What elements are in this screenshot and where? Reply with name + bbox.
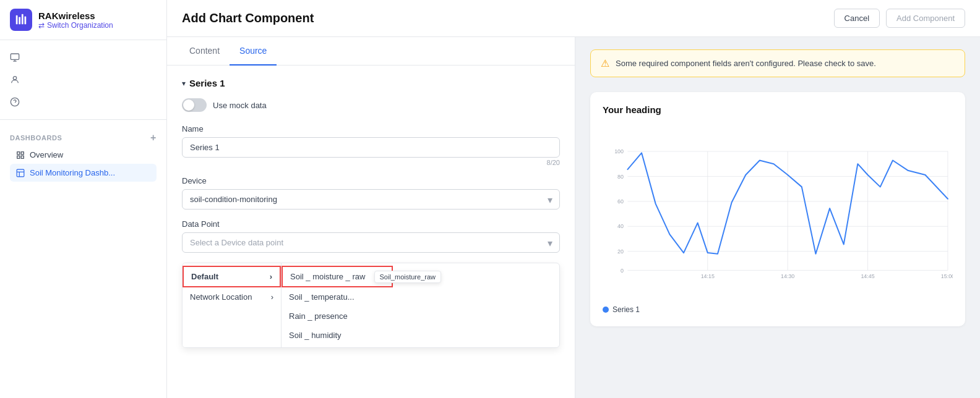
svg-text:14:30: 14:30 <box>781 273 794 279</box>
svg-rect-14 <box>17 169 24 177</box>
sidebar-nav-help[interactable] <box>5 92 25 112</box>
sidebar-top-nav <box>0 40 166 120</box>
legend-label: Series 1 <box>612 305 640 314</box>
sidebar-nav-monitor[interactable] <box>5 48 25 67</box>
legend-dot <box>603 307 609 313</box>
left-panel: Content Source ▾ Series 1 Use mock data <box>167 37 575 398</box>
chart-svg: 100 80 60 40 20 0 14:15 14:30 14:45 15:0… <box>603 125 953 298</box>
svg-point-7 <box>13 77 16 80</box>
series-chevron-icon[interactable]: ▾ <box>182 79 186 88</box>
chart-card: Your heading <box>590 92 965 326</box>
svg-rect-0 <box>16 15 18 25</box>
dropdown-categories: Default › Network Location › <box>183 263 282 347</box>
svg-text:100: 100 <box>614 148 624 155</box>
person-icon <box>10 75 20 85</box>
svg-text:15:00: 15:00 <box>941 273 953 279</box>
dropdown-item-temperature[interactable]: Soil _ temperatu... <box>282 287 393 307</box>
series-header: ▾ Series 1 <box>182 78 560 88</box>
warning-icon: ⚠ <box>601 57 609 69</box>
toggle-knob <box>183 100 194 111</box>
sidebar-item-overview[interactable]: Overview <box>10 146 157 164</box>
svg-text:80: 80 <box>617 174 624 180</box>
name-group: Name 8/20 <box>182 124 560 166</box>
svg-rect-13 <box>21 156 24 158</box>
tab-source[interactable]: Source <box>230 37 277 66</box>
page-title: Add Chart Component <box>182 11 314 25</box>
main-panels: Content Source ▾ Series 1 Use mock data <box>167 37 980 398</box>
svg-rect-4 <box>11 54 19 59</box>
dropdown-items: Soil _ moisture _ raw Soil_moisture_raw … <box>282 263 393 347</box>
tab-content[interactable]: Content <box>179 37 230 66</box>
sidebar-header: RAKwireless ⇄ Switch Organization <box>0 0 166 40</box>
sidebar-item-soil[interactable]: Soil Monitoring Dashb... <box>10 164 157 182</box>
mock-data-row: Use mock data <box>182 98 560 112</box>
chart-heading: Your heading <box>603 104 953 115</box>
data-point-select-wrapper: Select a Device data point <box>182 232 560 253</box>
series-title: Series 1 <box>189 78 225 88</box>
overview-icon <box>16 151 25 159</box>
logo-icon <box>14 13 28 27</box>
dropdown-category-default[interactable]: Default › <box>183 266 281 287</box>
dropdown-item-rain[interactable]: Rain _ presence <box>282 307 393 326</box>
warning-banner: ⚠ Some required component fields aren't … <box>590 49 965 77</box>
dropdown-category-network[interactable]: Network Location › <box>183 287 281 307</box>
topbar: Add Chart Component Cancel Add Component <box>167 0 980 37</box>
chart-legend: Series 1 <box>603 305 953 314</box>
sidebar-nav-person[interactable] <box>5 70 25 90</box>
topbar-actions: Cancel Add Component <box>834 9 965 28</box>
device-label: Device <box>182 176 560 185</box>
mock-data-label: Use mock data <box>213 101 267 110</box>
svg-text:14:45: 14:45 <box>861 273 874 279</box>
right-panel: ⚠ Some required component fields aren't … <box>575 37 980 398</box>
mock-data-toggle[interactable] <box>182 98 207 112</box>
dropdown-container: Default › Network Location › Soil _ mois… <box>182 263 560 348</box>
chart-area: 100 80 60 40 20 0 14:15 14:30 14:45 15:0… <box>603 125 953 298</box>
chevron-right-icon: › <box>270 272 272 281</box>
dashboards-section: DASHBOARDS + Overview Soil Monitoring Da… <box>0 127 166 187</box>
tooltip: Soil_moisture_raw <box>374 271 441 283</box>
switch-icon: ⇄ <box>38 21 45 30</box>
tabs: Content Source <box>167 37 575 66</box>
cancel-button[interactable]: Cancel <box>834 9 880 28</box>
device-group: Device soil-condition-monitoring <box>182 176 560 210</box>
add-component-button[interactable]: Add Component <box>886 9 965 28</box>
app-logo <box>10 9 32 31</box>
dashboards-label: DASHBOARDS + <box>10 132 157 143</box>
svg-rect-3 <box>25 17 27 25</box>
warning-text: Some required component fields aren't co… <box>616 59 876 68</box>
data-point-select[interactable]: Select a Device data point <box>182 232 560 253</box>
char-count: 8/20 <box>182 159 560 166</box>
svg-text:40: 40 <box>617 223 624 229</box>
sidebar: RAKwireless ⇄ Switch Organization DASHBO… <box>0 0 167 398</box>
chevron-right-icon-2: › <box>271 292 273 302</box>
switch-org-link[interactable]: ⇄ Switch Organization <box>38 21 113 30</box>
dropdown-item-moisture[interactable]: Soil _ moisture _ raw Soil_moisture_raw <box>282 266 393 287</box>
data-point-label: Data Point <box>182 219 560 229</box>
svg-text:60: 60 <box>617 198 624 205</box>
svg-rect-11 <box>21 151 24 154</box>
help-icon <box>10 97 20 107</box>
dashboard-icon <box>16 169 25 177</box>
svg-rect-1 <box>19 17 20 24</box>
svg-rect-2 <box>22 14 24 25</box>
name-label: Name <box>182 124 560 133</box>
org-info: RAKwireless ⇄ Switch Organization <box>38 11 113 30</box>
data-point-group: Data Point Select a Device data point <box>182 219 560 253</box>
main-container: Add Chart Component Cancel Add Component… <box>167 0 980 398</box>
add-dashboard-btn[interactable]: + <box>150 132 157 143</box>
device-select-wrapper: soil-condition-monitoring <box>182 189 560 210</box>
svg-rect-12 <box>17 156 20 158</box>
name-input[interactable] <box>182 137 560 158</box>
device-select[interactable]: soil-condition-monitoring <box>182 189 560 210</box>
dropdown-item-humidity[interactable]: Soil _ humidity <box>282 326 393 345</box>
monitor-icon <box>10 53 20 62</box>
svg-rect-10 <box>17 151 20 154</box>
panel-body: ▾ Series 1 Use mock data Name 8/20 <box>167 66 575 360</box>
svg-text:14:15: 14:15 <box>701 273 715 279</box>
org-name: RAKwireless <box>38 11 113 21</box>
svg-text:20: 20 <box>617 248 624 255</box>
svg-text:0: 0 <box>621 268 624 274</box>
